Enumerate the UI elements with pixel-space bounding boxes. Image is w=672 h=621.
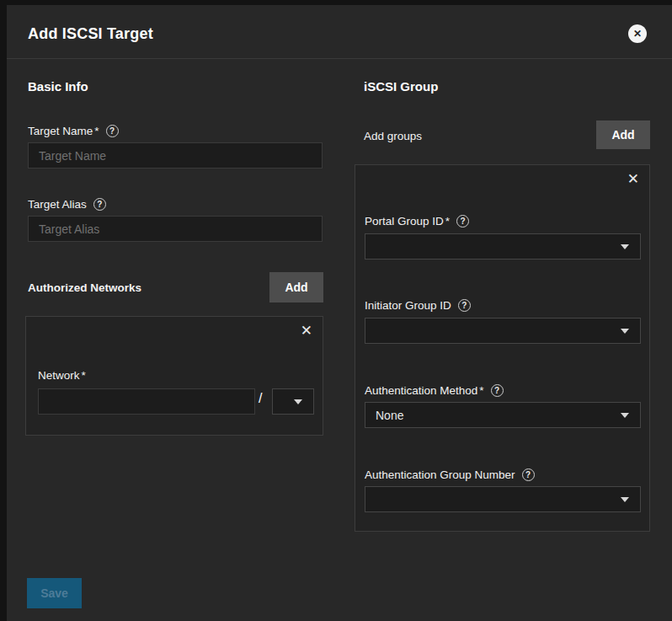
portal-group-id-required-asterisk: * [445,215,450,228]
add-group-button[interactable]: Add [596,120,650,149]
target-alias-label-row: Target Alias ? [28,196,106,211]
target-alias-label: Target Alias [28,198,87,211]
network-input[interactable] [38,388,255,415]
iscsi-group-heading: iSCSI Group [364,79,438,94]
modal-close-button[interactable]: ✕ [628,24,647,43]
chevron-down-icon [621,244,629,249]
chevron-down-icon [621,413,629,418]
authentication-group-number-select[interactable] [365,486,641,512]
help-icon[interactable]: ? [93,198,106,211]
target-name-input[interactable] [28,142,323,169]
iscsi-group-entry-card: ✕ Portal Group ID* ? Initiator Group ID … [355,164,650,532]
modal-header: Add ISCSI Target ✕ [7,5,672,59]
help-icon[interactable]: ? [106,125,119,137]
portal-group-id-label-row: Portal Group ID* ? [365,213,469,228]
initiator-group-id-label-row: Initiator Group ID ? [365,297,471,313]
chevron-down-icon [621,497,629,502]
network-required-asterisk: * [82,369,86,382]
authentication-group-number-label-row: Authentication Group Number ? [365,467,535,482]
chevron-down-icon [294,399,302,404]
save-button[interactable]: Save [27,578,82,608]
close-icon: ✕ [301,323,312,339]
target-alias-input[interactable] [28,216,323,242]
cidr-separator: / [259,391,262,406]
network-label: Network [38,369,80,382]
help-icon[interactable]: ? [491,384,504,397]
remove-group-button[interactable]: ✕ [627,172,639,186]
target-name-label: Target Name [28,125,93,137]
close-icon: ✕ [627,171,639,187]
authentication-method-select[interactable]: None [365,402,641,428]
portal-group-id-label: Portal Group ID [365,215,444,228]
modal-title: Add ISCSI Target [28,25,153,43]
authentication-method-required-asterisk: * [479,384,483,397]
add-network-button[interactable]: Add [269,272,323,302]
network-entry-card: ✕ Network* / [25,316,323,436]
authentication-method-label-row: Authentication Method* ? [365,383,504,398]
authentication-group-number-label: Authentication Group Number [365,468,515,481]
close-icon: ✕ [633,29,642,39]
target-name-label-row: Target Name* ? [28,123,119,138]
initiator-group-id-label: Initiator Group ID [365,299,451,312]
network-label-row: Network* [38,367,86,383]
target-name-required-asterisk: * [94,125,99,137]
help-icon[interactable]: ? [522,468,535,481]
remove-network-button[interactable]: ✕ [301,324,312,338]
chevron-down-icon [621,329,629,334]
initiator-group-id-select[interactable] [365,318,641,344]
portal-group-id-select[interactable] [365,233,641,260]
add-groups-label: Add groups [364,128,422,143]
help-icon[interactable]: ? [458,299,471,312]
authentication-method-label: Authentication Method [365,384,477,397]
network-prefix-select[interactable] [272,388,314,415]
basic-info-heading: Basic Info [28,79,88,94]
authentication-method-value: None [365,409,621,422]
authorized-networks-label: Authorized Networks [28,280,141,295]
help-icon[interactable]: ? [456,215,469,228]
add-iscsi-target-modal: Add ISCSI Target ✕ Basic Info Target Nam… [7,5,672,621]
